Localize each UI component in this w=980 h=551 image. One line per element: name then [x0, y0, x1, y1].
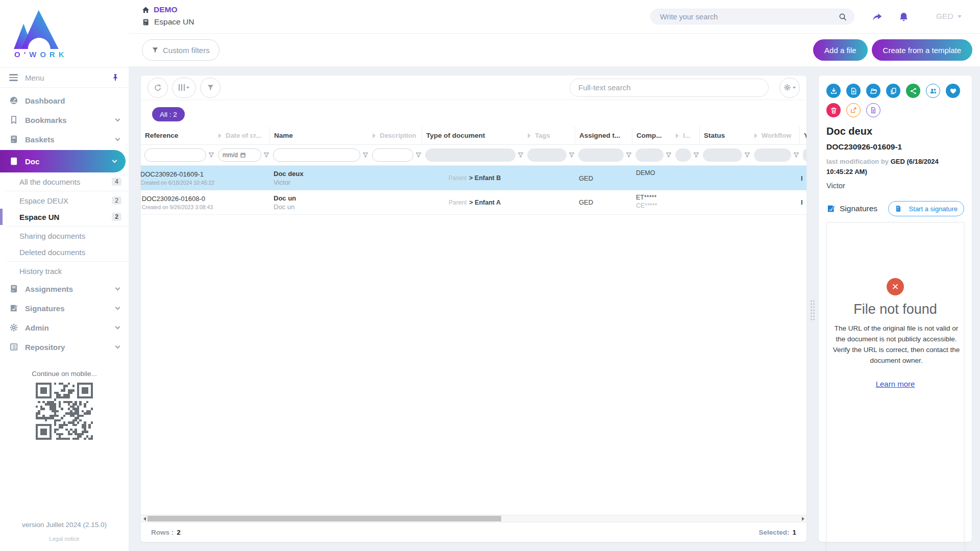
- sidebar-item-history-track[interactable]: History track: [0, 263, 129, 279]
- filter-input-status[interactable]: [703, 148, 742, 162]
- share-button[interactable]: [906, 84, 920, 98]
- horizontal-scrollbar[interactable]: [141, 515, 806, 522]
- filter-funnel-icon[interactable]: [626, 152, 632, 158]
- table-header: Reference Date of cr... Name Description…: [141, 127, 806, 145]
- pin-icon[interactable]: [111, 73, 119, 82]
- caret-down-icon: [793, 87, 796, 89]
- table-settings-button[interactable]: [779, 78, 800, 98]
- filter-funnel-icon[interactable]: [569, 152, 575, 158]
- open-folder-button[interactable]: [866, 84, 880, 98]
- sidebar-item-assignments[interactable]: Assignments: [0, 279, 129, 298]
- fulltext-search-input[interactable]: [578, 83, 760, 92]
- favorite-button[interactable]: [946, 84, 960, 98]
- sidebar-item-espace-un[interactable]: Espace UN 2: [0, 209, 129, 225]
- custom-filters-label: Custom filters: [163, 46, 210, 55]
- table-row[interactable]: A DOC230926-01608-0 Created on 9/26/2023…: [141, 190, 806, 215]
- column-header-assigned[interactable]: Assigned t...: [575, 127, 632, 144]
- copy-button[interactable]: [886, 84, 900, 98]
- chevron-down-icon: [112, 158, 117, 163]
- column-header-date[interactable]: Date of cr...: [214, 127, 270, 144]
- column-header-description[interactable]: Description: [369, 127, 422, 144]
- filter-input-reference[interactable]: [144, 148, 206, 162]
- filter-input-type[interactable]: [425, 148, 516, 162]
- filter-funnel-icon[interactable]: [744, 152, 750, 158]
- filter-funnel-icon[interactable]: [518, 152, 524, 158]
- filter-funnel-icon[interactable]: [263, 152, 270, 158]
- filter-input-assigned[interactable]: [578, 148, 624, 162]
- user-menu[interactable]: GED: [936, 12, 962, 21]
- filter-funnel-icon[interactable]: [362, 152, 369, 158]
- notifications-bell-button[interactable]: [896, 10, 911, 24]
- legal-notice-link[interactable]: Legal notice: [0, 536, 129, 542]
- sidebar-item-dashboard[interactable]: Dashboard: [0, 91, 129, 110]
- sidebar-item-deleted-documents[interactable]: Deleted documents: [0, 244, 129, 260]
- document-properties-button[interactable]: [866, 103, 880, 117]
- column-header-workflow[interactable]: Workflow: [750, 127, 799, 144]
- sidebar-item-sharing-documents[interactable]: Sharing documents: [0, 228, 129, 244]
- home-icon: [142, 6, 150, 14]
- column-header-type[interactable]: Type of document: [422, 127, 524, 144]
- scroll-right-arrow[interactable]: [799, 515, 806, 522]
- column-header-status[interactable]: Status: [699, 127, 750, 144]
- filter-funnel-icon[interactable]: [793, 152, 799, 158]
- upload-version-button[interactable]: [846, 84, 861, 98]
- table-row[interactable]: w DOC230926-01609-1 Created on 6/18/2024…: [141, 166, 806, 190]
- sidebar-item-admin[interactable]: Admin: [0, 318, 129, 337]
- filter-input-tags[interactable]: [527, 148, 567, 162]
- panel-resize-handle[interactable]: [810, 299, 815, 322]
- filter-input-description[interactable]: [372, 148, 413, 162]
- add-file-button[interactable]: Add a file: [813, 39, 868, 61]
- count-badge: 2: [112, 196, 121, 205]
- custom-filters-button[interactable]: Custom filters: [142, 39, 219, 61]
- sidebar-item-baskets[interactable]: Baskets: [0, 130, 129, 149]
- breadcrumb-root[interactable]: DEMO: [142, 5, 194, 14]
- error-message: The URL of the original file is not vali…: [831, 323, 962, 366]
- filter-funnel-icon[interactable]: [208, 152, 214, 158]
- sidebar-item-espace-deux[interactable]: Espace DEUX 2: [0, 192, 129, 209]
- filter-input-y[interactable]: [803, 148, 806, 162]
- breadcrumb-page[interactable]: Espace UN: [142, 17, 194, 27]
- columns-button[interactable]: [172, 78, 196, 98]
- refresh-button[interactable]: [148, 78, 168, 98]
- app-logo[interactable]: O'WORK: [0, 0, 129, 67]
- filter-input-company[interactable]: [635, 148, 664, 162]
- sidebar-item-bookmarks[interactable]: Bookmarks: [0, 110, 129, 130]
- sidebar-item-signatures[interactable]: Signatures: [0, 298, 129, 318]
- column-header-i[interactable]: I...: [672, 127, 699, 144]
- learn-more-link[interactable]: Learn more: [876, 380, 915, 388]
- search-icon[interactable]: [839, 13, 847, 21]
- scroll-left-arrow[interactable]: [141, 515, 148, 522]
- hamburger-icon[interactable]: [9, 74, 18, 81]
- create-template-button[interactable]: Create from a template: [872, 39, 972, 61]
- filter-input-i[interactable]: [675, 148, 691, 162]
- filter-input-workflow[interactable]: [754, 148, 791, 162]
- filter-funnel-icon[interactable]: [415, 152, 422, 158]
- document-title: Doc deux: [826, 126, 964, 137]
- share-forward-button[interactable]: [870, 10, 884, 24]
- delete-button[interactable]: [826, 103, 841, 117]
- filter-button[interactable]: [200, 78, 220, 98]
- open-external-button[interactable]: [846, 103, 861, 117]
- users-button[interactable]: [926, 84, 940, 98]
- download-button[interactable]: [826, 84, 841, 98]
- start-signature-button[interactable]: Start a signature: [888, 201, 964, 216]
- filter-input-name[interactable]: [273, 148, 360, 162]
- sidebar-nav: Dashboard Bookmarks Baskets Doc All the …: [0, 88, 129, 357]
- column-header-y[interactable]: Y...: [799, 127, 806, 144]
- column-header-reference[interactable]: Reference: [141, 127, 214, 144]
- mobile-box: Continue on mobile...: [0, 370, 129, 440]
- sidebar-item-all-documents[interactable]: All the documents 4: [0, 173, 129, 190]
- row-created: Created on 9/26/2023 3:08:43 AM: [142, 204, 214, 210]
- column-header-company[interactable]: Comp...: [632, 127, 672, 144]
- filter-funnel-icon[interactable]: [693, 152, 699, 158]
- sidebar-item-doc[interactable]: Doc: [0, 150, 126, 172]
- dashboard-icon: [9, 96, 18, 105]
- filter-input-date[interactable]: mm/d: [218, 148, 261, 162]
- column-header-tags[interactable]: Tags: [524, 127, 575, 144]
- tab-all[interactable]: All : 2: [152, 107, 185, 121]
- global-search-input[interactable]: [660, 13, 839, 21]
- column-header-name[interactable]: Name: [270, 127, 369, 144]
- scrollbar-thumb[interactable]: [148, 516, 501, 521]
- sidebar-item-repository[interactable]: Repository: [0, 337, 129, 357]
- filter-funnel-icon[interactable]: [666, 152, 672, 158]
